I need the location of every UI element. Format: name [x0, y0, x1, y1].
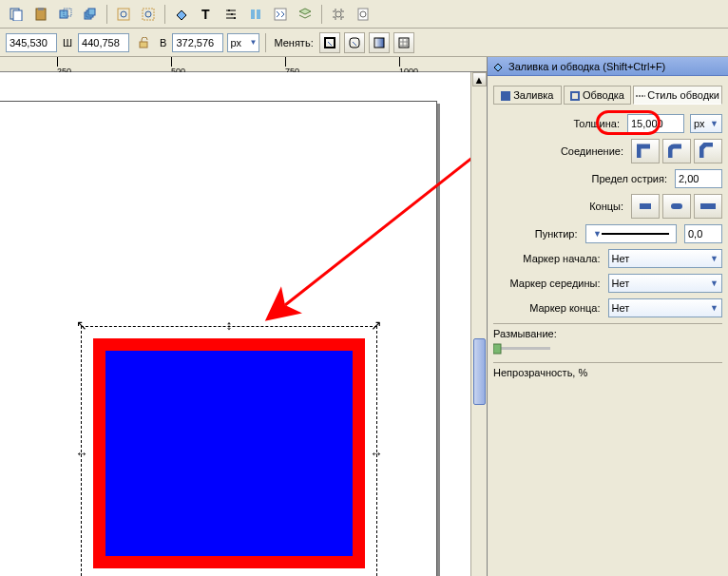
svg-point-10 [121, 11, 126, 17]
text-icon[interactable]: T [196, 4, 217, 25]
svg-point-14 [228, 10, 230, 11]
scrollbar-vertical[interactable]: ▲ [470, 72, 487, 576]
join-bevel-icon[interactable] [694, 139, 722, 163]
tab-stroke-style[interactable]: Стиль обводки [633, 86, 722, 105]
svg-point-16 [234, 17, 236, 19]
lock-icon[interactable] [133, 32, 154, 53]
svg-text:T: T [201, 8, 210, 21]
copy-icon[interactable] [6, 4, 27, 25]
scroll-up-button[interactable]: ▲ [472, 72, 487, 86]
clone-multi-icon[interactable] [80, 4, 101, 25]
handle-w[interactable]: ↔ [74, 446, 89, 461]
cap-row: Концы: [493, 194, 722, 219]
marker-mid-label: Маркер середины: [493, 278, 603, 289]
y-input[interactable] [6, 33, 57, 52]
svg-rect-17 [251, 10, 255, 19]
svg-rect-8 [88, 9, 95, 15]
affect-gradient-icon[interactable] [369, 32, 390, 53]
handle-e[interactable]: ↔ [369, 446, 384, 461]
selection-marquee [81, 326, 377, 576]
svg-rect-32 [493, 347, 550, 350]
cap-round-icon[interactable] [662, 194, 691, 219]
cap-label: Концы: [493, 201, 625, 212]
unit-select[interactable]: px▼ [227, 33, 259, 52]
svg-rect-18 [257, 10, 260, 19]
doc-prefs-icon[interactable] [353, 4, 374, 25]
stroke-width-input[interactable] [627, 114, 684, 133]
height-input[interactable] [172, 33, 223, 52]
layers-icon[interactable] [295, 4, 316, 25]
width-label: Ш [63, 37, 72, 48]
zoom-sel-icon[interactable] [138, 4, 159, 25]
tab-stroke[interactable]: Обводка [564, 86, 632, 105]
marker-end-select[interactable]: Нет▼ [608, 298, 723, 317]
svg-rect-23 [140, 42, 147, 48]
svg-rect-3 [38, 8, 44, 10]
svg-rect-29 [640, 203, 651, 209]
stroke-width-row: Толщина: px▼ [493, 114, 722, 133]
workspace: 250 500 750 1000 ↖ ↕ ↗ ↔ ↔ ↙ ↕ ↘ [0, 57, 728, 576]
join-round-icon[interactable] [662, 139, 691, 163]
panel-tabs: Заливка Обводка Стиль обводки [493, 86, 722, 105]
marker-end-row: Маркер конца: Нет▼ [493, 298, 722, 317]
width-input[interactable] [78, 33, 129, 52]
affect-corner-icon[interactable] [344, 32, 365, 53]
dash-offset-input[interactable] [684, 224, 722, 243]
dash-label: Пунктир: [493, 228, 580, 240]
svg-point-15 [231, 13, 233, 15]
svg-rect-9 [118, 9, 129, 20]
toolbar-main: T [0, 0, 728, 29]
handle-nw[interactable]: ↖ [74, 317, 89, 333]
clone-icon[interactable] [55, 4, 76, 25]
miter-row: Предел острия: [493, 169, 722, 188]
align-icon[interactable] [245, 4, 266, 25]
tab-fill[interactable]: Заливка [493, 86, 562, 105]
marker-mid-row: Маркер середины: Нет▼ [493, 274, 722, 293]
join-row: Соединение: [493, 139, 722, 163]
marker-start-select[interactable]: Нет▼ [608, 249, 723, 268]
affect-pattern-icon[interactable] [393, 32, 414, 53]
xml-icon[interactable] [270, 4, 291, 25]
toolbar-options: Ш В px▼ Менять: [0, 29, 728, 57]
blur-label: Размывание: [493, 328, 722, 339]
svg-rect-25 [350, 38, 359, 48]
handle-ne[interactable]: ↗ [369, 317, 384, 333]
svg-rect-1 [13, 10, 22, 21]
dash-row: Пунктир: ▼ [493, 224, 722, 243]
height-label: В [160, 37, 166, 48]
prefs-icon[interactable] [328, 4, 349, 25]
canvas-area: 250 500 750 1000 ↖ ↕ ↗ ↔ ↔ ↙ ↕ ↘ [0, 57, 487, 576]
miter-input[interactable] [675, 169, 722, 188]
svg-rect-11 [143, 9, 154, 20]
join-label: Соединение: [493, 145, 625, 157]
svg-rect-30 [671, 203, 682, 209]
cap-square-icon[interactable] [694, 194, 722, 219]
paste-icon[interactable] [30, 4, 51, 25]
affect-stroke-icon[interactable] [319, 32, 340, 53]
marker-mid-select[interactable]: Нет▼ [608, 274, 723, 293]
transform-label: Менять: [274, 37, 313, 48]
svg-rect-24 [325, 38, 335, 48]
join-miter-icon[interactable] [631, 139, 660, 163]
marker-start-row: Маркер начала: Нет▼ [493, 249, 722, 268]
svg-rect-33 [493, 344, 501, 354]
stroke-unit-select[interactable]: px▼ [690, 114, 722, 133]
dash-select[interactable]: ▼ [585, 224, 678, 243]
panel-title: Заливка и обводка (Shift+Ctrl+F) [488, 57, 728, 76]
hierarchy-icon[interactable] [220, 4, 241, 25]
svg-rect-31 [700, 203, 716, 209]
canvas[interactable]: ↖ ↕ ↗ ↔ ↔ ↙ ↕ ↘ [0, 72, 471, 576]
handle-n[interactable]: ↕ [221, 317, 237, 333]
cap-butt-icon[interactable] [631, 194, 660, 219]
opacity-label: Непрозрачность, % [493, 367, 722, 378]
blur-slider[interactable] [493, 343, 550, 355]
svg-point-12 [145, 11, 151, 17]
ruler-horizontal: 250 500 750 1000 [0, 57, 487, 72]
fill-stroke-icon[interactable] [171, 4, 192, 25]
marker-end-label: Маркер конца: [493, 302, 603, 314]
stroke-width-label: Толщина: [493, 118, 622, 129]
miter-label: Предел острия: [493, 173, 669, 184]
svg-point-20 [335, 11, 341, 17]
zoom-fit-icon[interactable] [113, 4, 134, 25]
scroll-thumb[interactable] [473, 338, 486, 405]
